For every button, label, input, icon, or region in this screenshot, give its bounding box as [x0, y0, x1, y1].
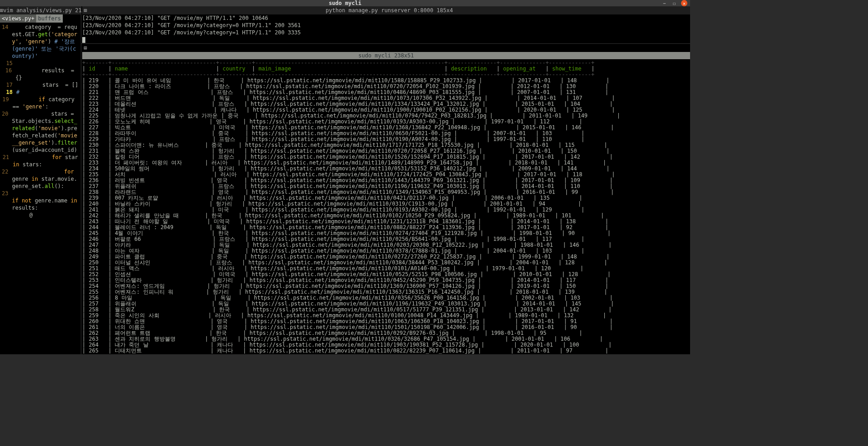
tmux-pane-indicator: ⊞	[82, 44, 690, 52]
log-line: [23/Nov/2020 04:27:10] "GET /movie/my?ca…	[82, 22, 690, 29]
tmux-pane-title-top: ⊞ python manage.py runserver 0:8000 185x…	[82, 6, 690, 14]
code-line[interactable]: 22 for genre in star.movie.genre_set.all…	[2, 168, 79, 190]
window-controls: − ◻ ✕	[661, 0, 687, 6]
right-panes: ⊞ python manage.py runserver 0:8000 185x…	[81, 6, 690, 354]
code-line[interactable]: 23 if not genre.name in results:	[2, 190, 79, 211]
mycli-pane-title: sudo mycli 238x51	[82, 52, 690, 59]
tab-buffers[interactable]: buffers	[36, 14, 63, 23]
log-line: [23/Nov/2020 04:27:10] "GET /movie/my HT…	[82, 14, 690, 22]
code-line[interactable]: 17 stars = []	[2, 81, 79, 89]
code-line[interactable]: 20 stars = Star.objects.select_related('…	[2, 110, 79, 154]
code-line[interactable]: 16 results = {}	[2, 67, 79, 81]
log-line: [23/Nov/2020 04:27:10] "GET /movie/my?ca…	[82, 29, 690, 36]
window-title: sudo mycli	[329, 0, 361, 6]
vim-buffer-tabs: <views.py+ buffers	[0, 14, 81, 23]
server-log: [23/Nov/2020 04:27:10] "GET /movie/my HT…	[82, 14, 690, 36]
mycli-pane[interactable]: ⊞ sudo mycli 238x51 +-------+-----------…	[81, 44, 690, 354]
pane-icon: ⊞	[0, 7, 3, 14]
code-line[interactable]: 15	[2, 60, 79, 67]
vim-pane[interactable]: ⊞ vim analysis/views.py 21x42 <views.py+…	[0, 6, 81, 354]
tmux-pane-title-left: ⊞ vim analysis/views.py 21x42	[0, 6, 81, 14]
pane-icon: ⊞	[82, 45, 89, 51]
close-icon[interactable]: ✕	[681, 0, 687, 6]
tmux-content: ⊞ vim analysis/views.py 21x42 <views.py+…	[0, 6, 690, 354]
code-line[interactable]: @	[2, 211, 79, 219]
terminal-window: sudo mycli − ◻ ✕ ⊞ vim analysis/views.py…	[0, 0, 690, 354]
minimize-icon[interactable]: −	[661, 0, 667, 6]
window-titlebar[interactable]: sudo mycli − ◻ ✕	[0, 0, 690, 6]
pane-icon: ⊞	[82, 7, 89, 14]
code-line[interactable]: 21 for star in stars:	[2, 154, 79, 168]
db-output: +-------+-------------------------------…	[82, 59, 690, 354]
code-line[interactable]: 14 category = request.GET.get('category'…	[2, 23, 79, 60]
prompt-cursor	[82, 36, 690, 43]
code-area[interactable]: 14 category = request.GET.get('category'…	[0, 23, 81, 354]
code-line[interactable]: 19 if category == 'genre':	[2, 96, 79, 110]
runserver-pane[interactable]: ⊞ python manage.py runserver 0:8000 185x…	[81, 6, 690, 44]
maximize-icon[interactable]: ◻	[671, 0, 677, 6]
code-line[interactable]: 18#	[2, 89, 79, 96]
tab-views-py[interactable]: <views.py+	[0, 14, 36, 23]
